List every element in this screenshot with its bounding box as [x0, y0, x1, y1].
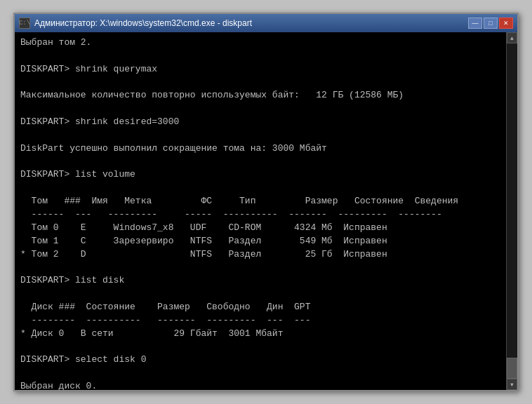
blank-6 [20, 182, 500, 195]
volume-row-2: * Том 2 D NTFS Раздел 25 Гб Исправен [20, 248, 500, 262]
line-selected-vol: Выбран том 2. [20, 36, 500, 50]
scrollbar-track[interactable] [507, 43, 517, 379]
blank-9 [20, 340, 500, 354]
line-max-bytes: Максимальное количество повторно использ… [20, 89, 500, 102]
blank-10 [20, 367, 500, 380]
volume-header: Том ### Имя Метка ФС Тип Размер Состояни… [20, 195, 500, 208]
close-button[interactable]: ✕ [499, 18, 513, 29]
volume-row-1: Том 1 C Зарезервиро NTFS Раздел 549 Мб И… [20, 235, 500, 248]
blank-1 [20, 50, 500, 63]
volume-row-0: Том 0 E Windows7_x8 UDF CD-ROM 4324 Мб И… [20, 222, 500, 235]
disk-header: Диск ### Состояние Размер Свободно Дин G… [20, 301, 500, 314]
blank-7 [20, 261, 500, 274]
window-icon: C:\ [19, 18, 30, 29]
line-shrink-done: DiskPart успешно выполнил сокращение том… [20, 142, 500, 156]
disk-row-0: * Диск 0 В сети 29 Гбайт 3001 Мбайт [20, 328, 500, 341]
scrollbar[interactable]: ▲ ▼ [506, 32, 517, 390]
titlebar-buttons: — □ ✕ [468, 18, 513, 29]
line-shrink-querymax: DISKPART> shrink querymax [20, 63, 500, 76]
blank-8 [20, 288, 500, 301]
disk-separator: -------- ---------- ------- --------- --… [20, 314, 500, 328]
line-shrink-desired: DISKPART> shrink desired=3000 [20, 116, 500, 129]
minimize-button[interactable]: — [468, 18, 482, 29]
window-title: Администратор: X:\windows\system32\cmd.e… [34, 18, 464, 28]
scrollbar-thumb[interactable] [507, 358, 517, 379]
terminal-wrapper: Выбран том 2. DISKPART> shrink querymax … [15, 32, 517, 390]
line-select-disk: DISKPART> select disk 0 [20, 354, 500, 367]
terminal-output[interactable]: Выбран том 2. DISKPART> shrink querymax … [15, 32, 506, 390]
scroll-up-button[interactable]: ▲ [507, 32, 517, 43]
cmd-window: C:\ Администратор: X:\windows\system32\c… [13, 13, 519, 391]
blank-5 [20, 156, 500, 169]
blank-3 [20, 102, 500, 116]
line-list-disk: DISKPART> list disk [20, 274, 500, 288]
blank-4 [20, 129, 500, 142]
scroll-down-button[interactable]: ▼ [507, 379, 517, 390]
titlebar: C:\ Администратор: X:\windows\system32\c… [15, 14, 517, 32]
maximize-button[interactable]: □ [484, 18, 498, 29]
line-disk-selected: Выбран диск 0. [20, 380, 500, 390]
volume-separator: ------ --- --------- ----- ---------- --… [20, 208, 500, 222]
line-list-volume: DISKPART> list volume [20, 168, 500, 182]
blank-2 [20, 76, 500, 90]
